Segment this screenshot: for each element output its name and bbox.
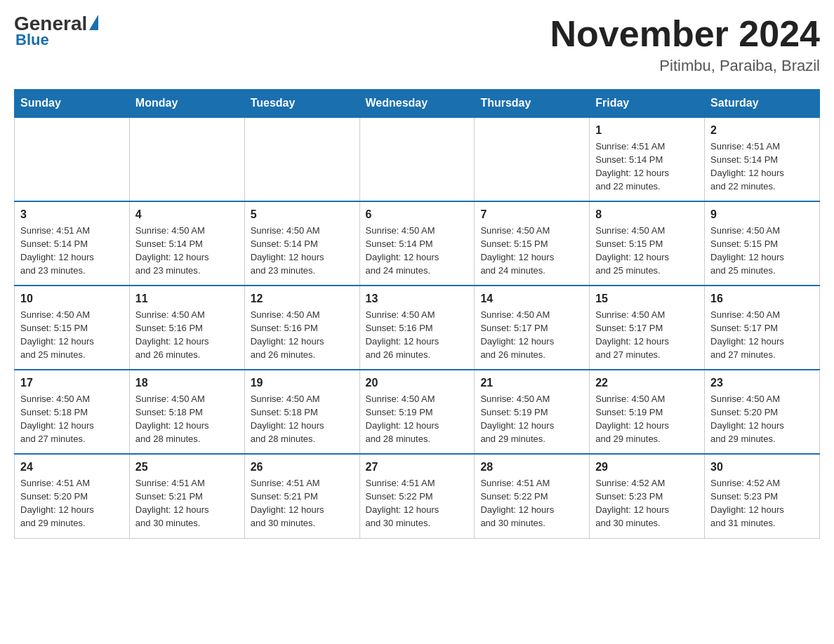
- title-block: November 2024 Pitimbu, Paraiba, Brazil: [550, 14, 820, 75]
- day-number-29: 29: [595, 459, 699, 475]
- calendar-cell-w3d7: 16Sunrise: 4:50 AM Sunset: 5:17 PM Dayli…: [705, 286, 820, 370]
- day-number-20: 20: [366, 375, 469, 391]
- calendar-cell-w3d6: 15Sunrise: 4:50 AM Sunset: 5:17 PM Dayli…: [590, 286, 705, 370]
- day-number-13: 13: [366, 290, 469, 307]
- calendar-cell-w1d5: [475, 117, 590, 201]
- day-number-22: 22: [595, 375, 699, 391]
- calendar-cell-w4d4: 20Sunrise: 4:50 AM Sunset: 5:19 PM Dayli…: [359, 370, 475, 454]
- calendar-cell-w2d1: 3Sunrise: 4:51 AM Sunset: 5:14 PM Daylig…: [15, 201, 130, 286]
- day-number-12: 12: [251, 290, 354, 307]
- day-number-10: 10: [20, 290, 124, 307]
- day-info-3: Sunrise: 4:51 AM Sunset: 5:14 PM Dayligh…: [20, 224, 124, 277]
- calendar-cell-w2d6: 8Sunrise: 4:50 AM Sunset: 5:15 PM Daylig…: [590, 201, 705, 286]
- day-info-4: Sunrise: 4:50 AM Sunset: 5:14 PM Dayligh…: [135, 224, 239, 277]
- logo-triangle-icon: [89, 15, 98, 30]
- month-year-title: November 2024: [550, 14, 820, 54]
- col-thursday: Thursday: [475, 90, 590, 118]
- day-info-21: Sunrise: 4:50 AM Sunset: 5:19 PM Dayligh…: [480, 393, 583, 445]
- calendar-cell-w2d5: 7Sunrise: 4:50 AM Sunset: 5:15 PM Daylig…: [475, 201, 590, 286]
- day-number-24: 24: [20, 459, 124, 475]
- day-info-20: Sunrise: 4:50 AM Sunset: 5:19 PM Dayligh…: [366, 393, 469, 445]
- col-friday: Friday: [590, 90, 705, 118]
- day-number-17: 17: [20, 375, 124, 391]
- week-row-2: 3Sunrise: 4:51 AM Sunset: 5:14 PM Daylig…: [15, 201, 820, 286]
- week-row-4: 17Sunrise: 4:50 AM Sunset: 5:18 PM Dayli…: [15, 370, 820, 454]
- day-info-22: Sunrise: 4:50 AM Sunset: 5:19 PM Dayligh…: [595, 393, 699, 445]
- calendar-cell-w4d2: 18Sunrise: 4:50 AM Sunset: 5:18 PM Dayli…: [129, 370, 244, 454]
- day-number-25: 25: [135, 459, 239, 475]
- day-number-4: 4: [135, 206, 239, 222]
- day-info-11: Sunrise: 4:50 AM Sunset: 5:16 PM Dayligh…: [135, 309, 239, 361]
- day-info-12: Sunrise: 4:50 AM Sunset: 5:16 PM Dayligh…: [251, 309, 354, 361]
- day-info-26: Sunrise: 4:51 AM Sunset: 5:21 PM Dayligh…: [251, 477, 354, 530]
- day-info-19: Sunrise: 4:50 AM Sunset: 5:18 PM Dayligh…: [251, 393, 354, 445]
- day-info-29: Sunrise: 4:52 AM Sunset: 5:23 PM Dayligh…: [595, 477, 699, 530]
- weekday-header-row: Sunday Monday Tuesday Wednesday Thursday…: [15, 90, 820, 118]
- day-number-26: 26: [251, 459, 354, 475]
- calendar-cell-w1d1: [15, 117, 130, 201]
- day-info-27: Sunrise: 4:51 AM Sunset: 5:22 PM Dayligh…: [366, 477, 469, 530]
- day-number-16: 16: [710, 290, 814, 307]
- day-info-18: Sunrise: 4:50 AM Sunset: 5:18 PM Dayligh…: [135, 393, 239, 445]
- col-tuesday: Tuesday: [244, 90, 359, 118]
- col-wednesday: Wednesday: [359, 90, 475, 118]
- day-info-6: Sunrise: 4:50 AM Sunset: 5:14 PM Dayligh…: [366, 224, 469, 277]
- calendar-cell-w2d7: 9Sunrise: 4:50 AM Sunset: 5:15 PM Daylig…: [705, 201, 820, 286]
- day-info-16: Sunrise: 4:50 AM Sunset: 5:17 PM Dayligh…: [710, 309, 814, 361]
- location-subtitle: Pitimbu, Paraiba, Brazil: [550, 57, 820, 75]
- calendar-cell-w4d3: 19Sunrise: 4:50 AM Sunset: 5:18 PM Dayli…: [244, 370, 359, 454]
- calendar-cell-w4d1: 17Sunrise: 4:50 AM Sunset: 5:18 PM Dayli…: [15, 370, 130, 454]
- day-number-14: 14: [480, 290, 583, 307]
- calendar-cell-w4d7: 23Sunrise: 4:50 AM Sunset: 5:20 PM Dayli…: [705, 370, 820, 454]
- day-number-23: 23: [710, 375, 814, 391]
- day-info-7: Sunrise: 4:50 AM Sunset: 5:15 PM Dayligh…: [480, 224, 583, 277]
- day-number-5: 5: [251, 206, 354, 222]
- day-info-25: Sunrise: 4:51 AM Sunset: 5:21 PM Dayligh…: [135, 477, 239, 530]
- day-number-30: 30: [710, 459, 814, 475]
- day-number-6: 6: [366, 206, 469, 222]
- page-header: General Blue November 2024 Pitimbu, Para…: [14, 14, 820, 75]
- calendar-cell-w4d6: 22Sunrise: 4:50 AM Sunset: 5:19 PM Dayli…: [590, 370, 705, 454]
- calendar-cell-w1d6: 1Sunrise: 4:51 AM Sunset: 5:14 PM Daylig…: [590, 117, 705, 201]
- week-row-1: 1Sunrise: 4:51 AM Sunset: 5:14 PM Daylig…: [15, 117, 820, 201]
- col-monday: Monday: [129, 90, 244, 118]
- calendar-table: Sunday Monday Tuesday Wednesday Thursday…: [14, 89, 820, 539]
- day-number-7: 7: [480, 206, 583, 222]
- day-number-2: 2: [710, 122, 814, 138]
- day-number-19: 19: [251, 375, 354, 391]
- day-info-10: Sunrise: 4:50 AM Sunset: 5:15 PM Dayligh…: [20, 309, 124, 361]
- logo-blue: Blue: [15, 31, 49, 49]
- day-number-28: 28: [480, 459, 583, 475]
- calendar-cell-w5d7: 30Sunrise: 4:52 AM Sunset: 5:23 PM Dayli…: [705, 454, 820, 538]
- day-info-24: Sunrise: 4:51 AM Sunset: 5:20 PM Dayligh…: [20, 477, 124, 530]
- week-row-3: 10Sunrise: 4:50 AM Sunset: 5:15 PM Dayli…: [15, 286, 820, 370]
- day-info-23: Sunrise: 4:50 AM Sunset: 5:20 PM Dayligh…: [710, 393, 814, 445]
- day-number-27: 27: [366, 459, 469, 475]
- calendar-cell-w2d2: 4Sunrise: 4:50 AM Sunset: 5:14 PM Daylig…: [129, 201, 244, 286]
- calendar-cell-w3d5: 14Sunrise: 4:50 AM Sunset: 5:17 PM Dayli…: [475, 286, 590, 370]
- day-number-8: 8: [595, 206, 699, 222]
- calendar-cell-w1d4: [359, 117, 475, 201]
- day-info-15: Sunrise: 4:50 AM Sunset: 5:17 PM Dayligh…: [595, 309, 699, 361]
- col-saturday: Saturday: [705, 90, 820, 118]
- calendar-cell-w2d3: 5Sunrise: 4:50 AM Sunset: 5:14 PM Daylig…: [244, 201, 359, 286]
- col-sunday: Sunday: [15, 90, 130, 118]
- calendar-cell-w5d1: 24Sunrise: 4:51 AM Sunset: 5:20 PM Dayli…: [15, 454, 130, 538]
- day-info-28: Sunrise: 4:51 AM Sunset: 5:22 PM Dayligh…: [480, 477, 583, 530]
- day-info-13: Sunrise: 4:50 AM Sunset: 5:16 PM Dayligh…: [366, 309, 469, 361]
- day-info-2: Sunrise: 4:51 AM Sunset: 5:14 PM Dayligh…: [710, 140, 814, 193]
- calendar-cell-w1d7: 2Sunrise: 4:51 AM Sunset: 5:14 PM Daylig…: [705, 117, 820, 201]
- day-info-1: Sunrise: 4:51 AM Sunset: 5:14 PM Dayligh…: [595, 140, 699, 193]
- day-info-30: Sunrise: 4:52 AM Sunset: 5:23 PM Dayligh…: [710, 477, 814, 530]
- calendar-cell-w5d5: 28Sunrise: 4:51 AM Sunset: 5:22 PM Dayli…: [475, 454, 590, 538]
- calendar-cell-w5d6: 29Sunrise: 4:52 AM Sunset: 5:23 PM Dayli…: [590, 454, 705, 538]
- day-info-8: Sunrise: 4:50 AM Sunset: 5:15 PM Dayligh…: [595, 224, 699, 277]
- day-info-14: Sunrise: 4:50 AM Sunset: 5:17 PM Dayligh…: [480, 309, 583, 361]
- day-info-9: Sunrise: 4:50 AM Sunset: 5:15 PM Dayligh…: [710, 224, 814, 277]
- calendar-cell-w3d1: 10Sunrise: 4:50 AM Sunset: 5:15 PM Dayli…: [15, 286, 130, 370]
- day-info-17: Sunrise: 4:50 AM Sunset: 5:18 PM Dayligh…: [20, 393, 124, 445]
- logo: General Blue: [14, 14, 98, 49]
- day-info-5: Sunrise: 4:50 AM Sunset: 5:14 PM Dayligh…: [251, 224, 354, 277]
- day-number-3: 3: [20, 206, 124, 222]
- day-number-11: 11: [135, 290, 239, 307]
